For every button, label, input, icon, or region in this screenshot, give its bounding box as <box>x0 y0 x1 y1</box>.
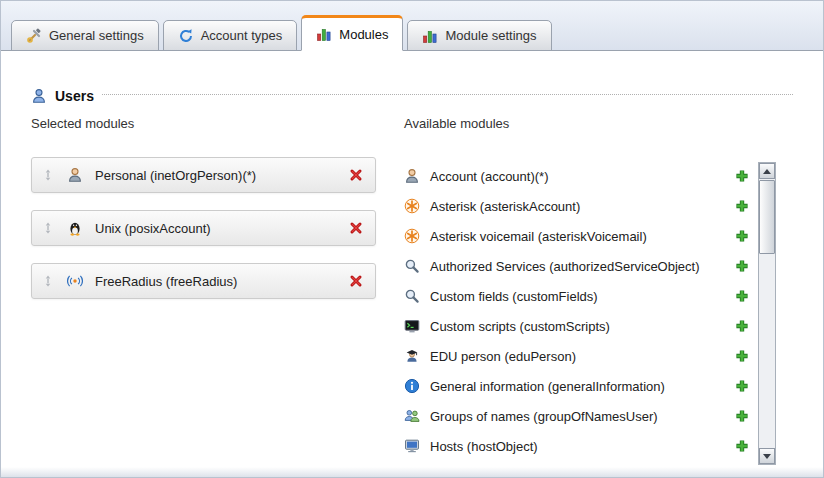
section-title: Users <box>55 88 94 104</box>
sync-icon <box>178 28 194 44</box>
drag-handle-icon[interactable] <box>41 274 55 288</box>
available-modules-list: Account (account)(*) Asterisk (asteriskA… <box>404 161 749 461</box>
selected-modules-heading: Selected modules <box>31 116 376 131</box>
lam-configuration-window: General settings Account types Modules M… <box>0 0 824 478</box>
module-label: Custom fields (customFields) <box>430 289 725 304</box>
available-modules-column: Available modules Account (account)(*) A… <box>404 116 749 461</box>
module-label: General information (generalInformation) <box>430 379 725 394</box>
module-label: Custom scripts (customScripts) <box>430 319 725 334</box>
module-label: Account (account)(*) <box>430 169 725 184</box>
available-module-asterisk: Asterisk (asteriskAccount) <box>404 191 749 221</box>
available-modules-scrollbar[interactable] <box>758 162 776 465</box>
info-icon <box>404 378 420 394</box>
user-icon <box>67 167 83 183</box>
selected-module-personal[interactable]: Personal (inetOrgPerson)(*) <box>31 157 376 193</box>
drag-handle-icon[interactable] <box>41 168 55 182</box>
add-module-icon[interactable] <box>735 319 749 333</box>
remove-module-icon[interactable] <box>349 274 363 288</box>
modules-panel: Users Selected modules Personal (inetOrg… <box>1 52 823 477</box>
available-module-edu-person: EDU person (eduPerson) <box>404 341 749 371</box>
tab-general-settings[interactable]: General settings <box>11 20 159 51</box>
available-module-custom-scripts: Custom scripts (customScripts) <box>404 311 749 341</box>
selected-module-freeradius[interactable]: FreeRadius (freeRadius) <box>31 263 376 299</box>
scroll-up-button[interactable] <box>759 163 775 179</box>
module-label: FreeRadius (freeRadius) <box>95 274 337 289</box>
group-icon <box>404 408 420 424</box>
add-module-icon[interactable] <box>735 379 749 393</box>
user-icon <box>404 168 420 184</box>
users-icon <box>31 88 47 104</box>
remove-module-icon[interactable] <box>349 221 363 235</box>
terminal-icon <box>404 318 420 334</box>
bar-chart-icon <box>422 28 438 44</box>
available-modules-heading: Available modules <box>404 116 749 131</box>
selected-module-unix[interactable]: Unix (posixAccount) <box>31 210 376 246</box>
arrow-up-icon <box>763 169 771 174</box>
remove-module-icon[interactable] <box>349 168 363 182</box>
tux-icon <box>67 220 83 236</box>
module-label: Personal (inetOrgPerson)(*) <box>95 168 337 183</box>
tab-label: Modules <box>339 27 388 42</box>
tab-account-types[interactable]: Account types <box>163 20 298 51</box>
available-module-custom-fields: Custom fields (customFields) <box>404 281 749 311</box>
available-module-hosts: Hosts (hostObject) <box>404 431 749 461</box>
available-module-account: Account (account)(*) <box>404 161 749 191</box>
add-module-icon[interactable] <box>735 289 749 303</box>
section-divider <box>102 94 793 95</box>
computer-icon <box>404 438 420 454</box>
selected-modules-list: Personal (inetOrgPerson)(*) Unix (posixA… <box>31 157 376 299</box>
add-module-icon[interactable] <box>735 349 749 363</box>
module-label: Asterisk (asteriskAccount) <box>430 199 725 214</box>
module-label: EDU person (eduPerson) <box>430 349 725 364</box>
graduate-icon <box>404 348 420 364</box>
bar-chart-icon <box>316 26 332 42</box>
add-module-icon[interactable] <box>735 229 749 243</box>
tab-label: General settings <box>49 28 144 43</box>
module-label: Authorized Services (authorizedServiceOb… <box>430 259 725 274</box>
scrollbar-thumb[interactable] <box>759 180 775 254</box>
tab-module-settings[interactable]: Module settings <box>407 20 551 51</box>
drag-handle-icon[interactable] <box>41 221 55 235</box>
add-module-icon[interactable] <box>735 439 749 453</box>
tab-label: Account types <box>201 28 283 43</box>
tab-bar: General settings Account types Modules M… <box>1 1 823 51</box>
module-label: Unix (posixAccount) <box>95 221 337 236</box>
magnifier-icon <box>404 288 420 304</box>
arrow-down-icon <box>763 454 771 459</box>
asterisk-icon <box>404 228 420 244</box>
available-module-groups-of-names: Groups of names (groupOfNamesUser) <box>404 401 749 431</box>
users-section-header: Users <box>31 88 793 104</box>
tab-modules[interactable]: Modules <box>301 15 403 51</box>
available-module-authorized-services: Authorized Services (authorizedServiceOb… <box>404 251 749 281</box>
add-module-icon[interactable] <box>735 169 749 183</box>
module-label: Hosts (hostObject) <box>430 439 725 454</box>
antenna-icon <box>67 273 83 289</box>
scroll-down-button[interactable] <box>759 448 775 464</box>
available-module-asterisk-voicemail: Asterisk voicemail (asteriskVoicemail) <box>404 221 749 251</box>
magnifier-icon <box>404 258 420 274</box>
module-label: Groups of names (groupOfNamesUser) <box>430 409 725 424</box>
add-module-icon[interactable] <box>735 409 749 423</box>
tab-label: Module settings <box>445 28 536 43</box>
available-module-general-information: General information (generalInformation) <box>404 371 749 401</box>
selected-modules-column: Selected modules Personal (inetOrgPerson… <box>31 116 376 316</box>
module-label: Asterisk voicemail (asteriskVoicemail) <box>430 229 725 244</box>
add-module-icon[interactable] <box>735 259 749 273</box>
tools-icon <box>26 28 42 44</box>
add-module-icon[interactable] <box>735 199 749 213</box>
asterisk-icon <box>404 198 420 214</box>
